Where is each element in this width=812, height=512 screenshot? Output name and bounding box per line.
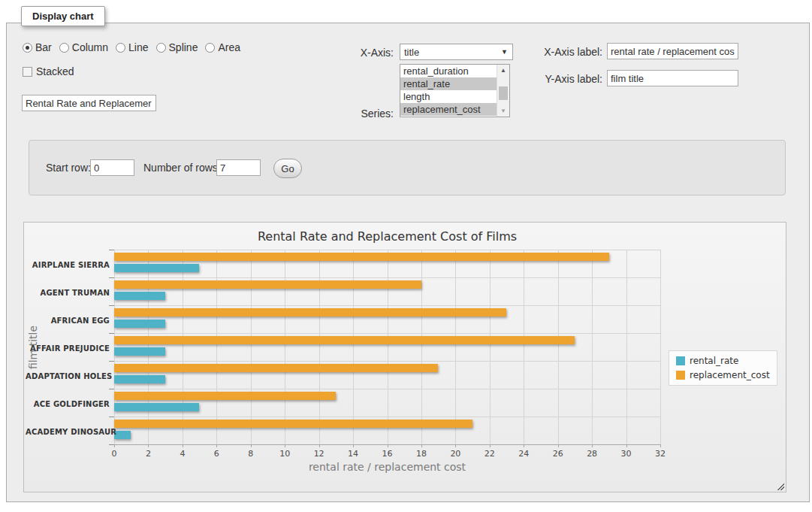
go-button[interactable]: Go (273, 159, 302, 178)
radio-bar[interactable]: Bar (23, 41, 52, 53)
bar-replacement_cost[interactable] (114, 253, 609, 261)
bar-replacement_cost[interactable] (114, 392, 336, 400)
x-tick-label: 14 (342, 449, 364, 459)
gridline-vertical (524, 250, 524, 444)
x-tick-label: 8 (240, 449, 262, 459)
radio-column[interactable]: Column (59, 41, 108, 53)
gridline-vertical (388, 250, 388, 444)
chart-title-input[interactable] (22, 95, 156, 111)
gridline-vertical (216, 250, 217, 444)
radio-area[interactable]: Area (205, 41, 240, 53)
gridline-horizontal (114, 389, 660, 389)
bar-rental_rate[interactable] (114, 403, 199, 411)
series-option-rental_rate[interactable]: rental_rate (400, 77, 497, 90)
start-row-input[interactable] (90, 159, 134, 176)
stacked-label: Stacked (36, 65, 74, 77)
y-axis-tick (109, 417, 114, 417)
y-axis-tick (109, 250, 114, 250)
num-rows-input[interactable] (216, 159, 261, 176)
bar-rental_rate[interactable] (114, 375, 165, 383)
scroll-up-icon[interactable]: ▲ (497, 65, 509, 76)
radio-line[interactable]: Line (116, 41, 148, 53)
radio-label: Line (128, 41, 148, 53)
x-tick-label: 28 (581, 449, 603, 459)
num-rows-label: Number of rows: (143, 162, 226, 174)
legend-item-rental_rate[interactable]: rental_rate (676, 356, 770, 366)
gridline-vertical (455, 250, 456, 444)
bar-replacement_cost[interactable] (114, 420, 472, 428)
radio-button-icon[interactable] (205, 43, 215, 53)
stacked-checkbox-row[interactable]: Stacked (23, 65, 74, 77)
series-listbox[interactable]: rental_durationrental_ratelengthreplacem… (400, 64, 510, 117)
category-label: AGENT TRUMAN (26, 289, 110, 297)
category-label: AIRPLANE SIERRA (26, 261, 110, 269)
y-axis-tick (109, 277, 114, 278)
x-axis-title: rental rate / replacement cost (114, 461, 660, 473)
x-tick-label: 20 (444, 449, 466, 459)
x-tick-label: 24 (512, 449, 535, 459)
x-tick-label: 18 (410, 449, 433, 459)
bar-replacement_cost[interactable] (114, 336, 575, 344)
stacked-checkbox[interactable] (23, 67, 32, 77)
radio-label: Column (72, 41, 108, 53)
gridline-vertical (558, 250, 559, 444)
radio-button-icon[interactable] (59, 43, 69, 53)
series-option-length[interactable]: length (400, 90, 497, 103)
chevron-down-icon: ▼ (501, 48, 508, 56)
gridline-vertical (490, 250, 491, 444)
gridline-horizontal (114, 333, 660, 334)
gridline-vertical (660, 250, 661, 444)
gridline-vertical (285, 250, 285, 444)
x-axis-select[interactable]: title ▼ (400, 44, 513, 60)
bar-rental_rate[interactable] (114, 431, 131, 439)
series-scrollbar[interactable]: ▲ ▼ (497, 65, 509, 117)
gridline-vertical (626, 250, 627, 444)
radio-button-icon[interactable] (156, 43, 166, 53)
bar-replacement_cost[interactable] (114, 280, 421, 289)
y-axis-tick (109, 361, 114, 362)
legend-label: replacement_cost (690, 370, 770, 380)
gridline-vertical (319, 250, 320, 444)
gridline-vertical (421, 250, 422, 444)
scroll-down-icon[interactable]: ▼ (497, 105, 509, 117)
resize-handle-icon[interactable] (776, 482, 784, 490)
x-tick-label: 22 (478, 449, 501, 459)
gridline-horizontal (114, 361, 660, 362)
x-axis-label-caption: X-Axis label: (512, 46, 602, 58)
gridline-vertical (592, 250, 593, 444)
x-tick-label: 32 (649, 449, 672, 459)
bar-rental_rate[interactable] (114, 264, 199, 272)
display-chart-tab[interactable]: Display chart (21, 6, 105, 26)
x-axis-caption: X-Axis: (330, 47, 394, 59)
y-axis-label-input[interactable] (607, 70, 738, 86)
gridline-horizontal (114, 277, 660, 278)
x-tick-label: 6 (205, 449, 228, 459)
bar-rental_rate[interactable] (114, 347, 165, 356)
gridline-horizontal (114, 417, 660, 417)
x-axis-tick (660, 444, 661, 447)
x-axis-label-input[interactable] (607, 43, 738, 59)
category-label: ACADEMY DINOSAUR (26, 428, 110, 436)
bar-replacement_cost[interactable] (114, 364, 438, 372)
radio-spline[interactable]: Spline (156, 41, 198, 53)
bar-rental_rate[interactable] (114, 320, 165, 328)
bar-replacement_cost[interactable] (114, 308, 506, 317)
gridline-horizontal (114, 305, 660, 306)
x-tick-label: 0 (103, 449, 125, 459)
gridline-horizontal (114, 250, 660, 250)
legend-item-replacement_cost[interactable]: replacement_cost (676, 370, 770, 380)
bar-rental_rate[interactable] (114, 292, 165, 300)
radio-label: Spline (169, 41, 198, 53)
category-label: ADAPTATION HOLES (26, 372, 110, 380)
y-axis-tick (109, 305, 114, 306)
x-axis-selected-value: title (404, 47, 419, 58)
series-option-rental_duration[interactable]: rental_duration (400, 65, 497, 77)
display-chart-panel: Display chart BarColumnLineSplineArea St… (6, 23, 810, 502)
radio-button-icon[interactable] (23, 43, 32, 53)
x-tick-label: 2 (137, 449, 159, 459)
y-axis-label-caption: Y-Axis label: (512, 73, 602, 85)
scrollbar-thumb[interactable] (499, 86, 508, 100)
series-option-replacement_cost[interactable]: replacement_cost (400, 103, 497, 116)
radio-button-icon[interactable] (116, 43, 125, 53)
x-tick-label: 12 (308, 449, 331, 459)
